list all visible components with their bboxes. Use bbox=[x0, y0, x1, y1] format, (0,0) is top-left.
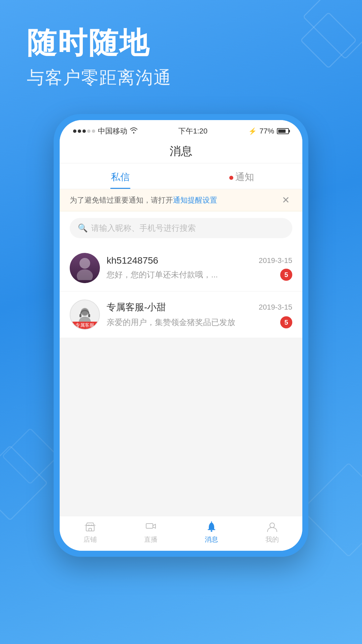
notice-link-text: 通知提醒设置 bbox=[173, 196, 217, 204]
message-bottom-1: 您好，您的订单还未付款哦，... 5 bbox=[107, 269, 292, 281]
notice-banner: 为了避免错过重要通知，请打开通知提醒设置 ✕ bbox=[60, 189, 302, 211]
status-bar: 中国移动 下午1:20 ⚡ 77% bbox=[60, 120, 302, 139]
message-content-1: kh51248756 2019-3-15 您好，您的订单还未付款哦，... 5 bbox=[107, 255, 292, 281]
svg-point-11 bbox=[270, 523, 275, 528]
signal-dot-2 bbox=[78, 129, 81, 133]
tabs-bar: 私信 通知 bbox=[60, 163, 302, 189]
signal-dot-5 bbox=[92, 129, 95, 133]
status-right: ⚡ 77% bbox=[248, 127, 289, 136]
carrier-label: 中国移动 bbox=[98, 126, 127, 136]
svg-point-3 bbox=[81, 309, 88, 315]
live-icon bbox=[145, 521, 157, 533]
tab-private-message-label: 私信 bbox=[111, 172, 130, 182]
message-preview-2: 亲爱的用户，集赞领金猪奖品已发放 bbox=[107, 317, 277, 328]
nav-label-store: 店铺 bbox=[83, 535, 97, 544]
status-left: 中国移动 bbox=[73, 126, 137, 136]
search-input-wrap[interactable]: 🔍 请输入昵称、手机号进行搜索 bbox=[70, 218, 292, 238]
hero-title: 随时随地 bbox=[27, 27, 172, 59]
message-name-1: kh51248756 bbox=[107, 255, 158, 266]
signal-dot-4 bbox=[87, 129, 90, 133]
signal-dot-3 bbox=[82, 129, 86, 133]
app-header: 消息 bbox=[60, 139, 302, 163]
notification-dot bbox=[229, 176, 233, 180]
message-list: kh51248756 2019-3-15 您好，您的订单还未付款哦，... 5 bbox=[60, 245, 302, 516]
notice-main-text: 为了避免错过重要通知，请打开 bbox=[70, 196, 173, 204]
message-item-2[interactable]: 专属客服 专属客服-小甜 2019-3-15 亲爱的用户，集赞领金猪奖品已发放 … bbox=[60, 291, 302, 338]
person-icon bbox=[266, 521, 278, 533]
message-badge-2: 5 bbox=[280, 316, 292, 328]
notice-close-button[interactable]: ✕ bbox=[279, 195, 292, 206]
nav-label-profile: 我的 bbox=[265, 535, 279, 544]
nav-label-live: 直播 bbox=[144, 535, 158, 544]
bottom-navigation: 店铺 直播 消息 bbox=[60, 516, 302, 551]
wifi-icon bbox=[130, 127, 137, 135]
message-name-2: 专属客服-小甜 bbox=[107, 301, 166, 314]
user-avatar-silhouette bbox=[70, 253, 100, 283]
avatar-service: 专属客服 bbox=[70, 300, 100, 330]
nav-item-store[interactable]: 店铺 bbox=[60, 521, 120, 544]
app-title: 消息 bbox=[170, 145, 192, 157]
bluetooth-icon: ⚡ bbox=[248, 127, 257, 135]
message-item[interactable]: kh51248756 2019-3-15 您好，您的订单还未付款哦，... 5 bbox=[60, 245, 302, 291]
search-icon: 🔍 bbox=[78, 223, 88, 233]
phone-screen: 中国移动 下午1:20 ⚡ 77% bbox=[60, 120, 302, 551]
nav-item-profile[interactable]: 我的 bbox=[242, 521, 302, 544]
service-badge: 专属客服 bbox=[70, 322, 99, 329]
svg-point-9 bbox=[210, 530, 212, 532]
bell-icon bbox=[205, 521, 218, 533]
message-preview-1: 您好，您的订单还未付款哦，... bbox=[107, 269, 277, 280]
nav-label-message: 消息 bbox=[205, 535, 218, 544]
message-top-2: 专属客服-小甜 2019-3-15 bbox=[107, 301, 292, 314]
svg-point-0 bbox=[79, 258, 90, 269]
battery-fill bbox=[278, 129, 286, 133]
notice-link[interactable]: 通知提醒设置 bbox=[173, 196, 217, 204]
signal-dots bbox=[73, 129, 95, 133]
svg-rect-7 bbox=[89, 528, 92, 531]
status-time: 下午1:20 bbox=[178, 126, 207, 136]
svg-rect-5 bbox=[88, 314, 90, 317]
message-content-2: 专属客服-小甜 2019-3-15 亲爱的用户，集赞领金猪奖品已发放 5 bbox=[107, 301, 292, 328]
message-badge-1: 5 bbox=[280, 269, 292, 281]
hero-subtitle: 与客户零距离沟通 bbox=[27, 66, 172, 90]
notice-text: 为了避免错过重要通知，请打开通知提醒设置 bbox=[70, 195, 279, 205]
svg-point-1 bbox=[77, 269, 93, 280]
message-time-1: 2019-3-15 bbox=[259, 256, 292, 265]
tab-notification[interactable]: 通知 bbox=[181, 163, 302, 189]
store-icon bbox=[84, 521, 96, 533]
bg-decoration-4 bbox=[301, 463, 362, 557]
phone-mockup: 中国移动 下午1:20 ⚡ 77% bbox=[54, 114, 308, 557]
battery-percentage: 77% bbox=[259, 127, 274, 136]
nav-item-message[interactable]: 消息 bbox=[181, 521, 242, 544]
signal-dot-1 bbox=[73, 129, 76, 133]
message-time-2: 2019-3-15 bbox=[259, 303, 292, 312]
avatar-user bbox=[70, 253, 100, 283]
search-placeholder-text: 请输入昵称、手机号进行搜索 bbox=[91, 223, 196, 233]
message-top-1: kh51248756 2019-3-15 bbox=[107, 255, 292, 266]
battery-icon bbox=[277, 128, 289, 134]
phone-outer-frame: 中国移动 下午1:20 ⚡ 77% bbox=[54, 114, 308, 557]
message-bottom-2: 亲爱的用户，集赞领金猪奖品已发放 5 bbox=[107, 316, 292, 328]
hero-section: 随时随地 与客户零距离沟通 bbox=[27, 27, 172, 90]
nav-item-live[interactable]: 直播 bbox=[120, 521, 181, 544]
svg-rect-4 bbox=[79, 314, 81, 317]
search-bar: 🔍 请输入昵称、手机号进行搜索 bbox=[60, 211, 302, 245]
tab-notification-label: 通知 bbox=[235, 172, 254, 182]
tab-private-message[interactable]: 私信 bbox=[60, 163, 181, 189]
svg-rect-8 bbox=[146, 524, 153, 528]
